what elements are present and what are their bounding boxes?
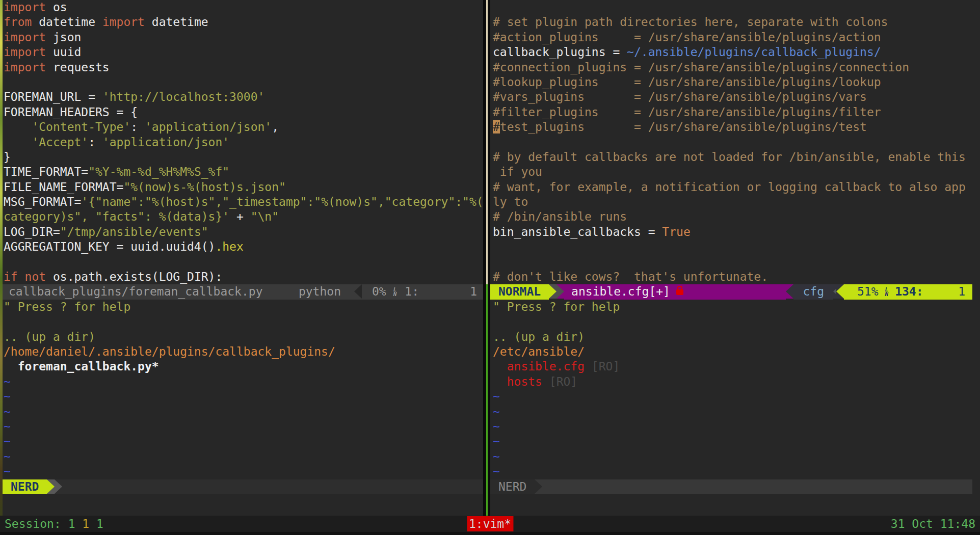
- code-line[interactable]: FILE_NAME_FORMAT="%(now)s-%(host)s.json": [3, 180, 483, 195]
- code-line[interactable]: #connection_plugins = /usr/share/ansible…: [490, 60, 972, 75]
- code-line[interactable]: bin_ansible_callbacks = True: [490, 225, 972, 239]
- right-vim-pane[interactable]: # set plugin path directories here, sepa…: [490, 0, 980, 516]
- code-line[interactable]: if not os.path.exists(LOG_DIR):: [3, 270, 483, 284]
- nerdtree-file-entry[interactable]: hosts [RO]: [490, 374, 972, 389]
- code-line[interactable]: # /bin/ansible runs: [490, 209, 972, 224]
- code-line[interactable]: [490, 239, 972, 254]
- code-line[interactable]: #test_plugins = /usr/share/ansible/plugi…: [490, 120, 972, 135]
- nerdtree-file-entry[interactable]: foreman_callback.py*: [3, 359, 483, 374]
- code-line[interactable]: ly to: [490, 195, 972, 209]
- code-line[interactable]: # want, for example, a notification or l…: [490, 180, 972, 195]
- code-segment: if: [4, 270, 18, 283]
- code-line[interactable]: FOREMAN_HEADERS = {: [3, 105, 483, 120]
- right-statusline-filename: ansible.cfg[+]: [571, 284, 670, 299]
- left-statusline: callback_plugins/foreman_callback.py pyt…: [3, 284, 483, 299]
- code-segment: requests: [46, 61, 110, 74]
- right-statusline-file-segment: ansible.cfg[+]: [564, 284, 786, 299]
- code-line[interactable]: callback_plugins = ~/.ansible/plugins/ca…: [490, 45, 972, 60]
- scroll-percent: 51%: [857, 284, 879, 299]
- tilde-line: ~: [490, 464, 972, 479]
- code-segment: [4, 120, 32, 133]
- powerline-separator-right-icon: [47, 479, 55, 494]
- code-segment: 'Accept': [32, 136, 88, 149]
- code-line[interactable]: # by default callbacks are not loaded fo…: [490, 150, 972, 165]
- left-vim-pane[interactable]: import osfrom datetime import datetimeim…: [3, 0, 483, 516]
- code-line[interactable]: 'Content-Type': 'application/json',: [3, 120, 483, 135]
- code-segment: bin_ansible_callbacks =: [493, 225, 662, 238]
- code-line[interactable]: [490, 255, 972, 270]
- nerdtree-file-entry[interactable]: ansible.cfg [RO]: [490, 359, 972, 374]
- pane-divider[interactable]: [483, 0, 490, 516]
- bottom-strip: [0, 532, 980, 535]
- code-line[interactable]: #action_plugins = /usr/share/ansible/plu…: [490, 30, 972, 45]
- code-line[interactable]: [490, 0, 972, 15]
- code-segment: #action_plugins = /usr/share/ansible/plu…: [493, 31, 881, 44]
- pane-number: 1: [96, 517, 103, 530]
- code-segment: #: [493, 120, 500, 133]
- code-line[interactable]: category)s", "facts": %(data)s}' + "\n": [3, 209, 483, 224]
- nerdtree-root-path[interactable]: /home/daniel/.ansible/plugins/callback_p…: [3, 344, 483, 359]
- code-segment: #lookup_plugins = /usr/share/ansible/plu…: [493, 75, 881, 89]
- statusline-spacer: [263, 284, 299, 299]
- tilde-line: ~: [3, 434, 483, 449]
- code-line[interactable]: [3, 255, 483, 270]
- code-segment: #connection_plugins = /usr/share/ansible…: [493, 61, 909, 74]
- code-line[interactable]: from datetime import datetime: [3, 15, 483, 30]
- nerdtree-help-hint: " Press ? for help: [3, 300, 483, 314]
- code-line[interactable]: import uuid: [3, 45, 483, 60]
- code-segment: ~/.ansible/plugins/callback_plugins/: [627, 45, 881, 59]
- code-segment: FOREMAN_HEADERS = {: [4, 105, 138, 119]
- right-statusline-filetype: cfg: [793, 284, 833, 299]
- tmux-clock: 31 Oct 11:48: [891, 517, 975, 530]
- code-segment: FOREMAN_URL =: [4, 90, 102, 103]
- tilde-line: ~: [3, 419, 483, 434]
- file-name: ansible.cfg: [493, 360, 585, 373]
- code-line[interactable]: #filter_plugins = /usr/share/ansible/plu…: [490, 105, 972, 120]
- code-line[interactable]: if you: [490, 165, 972, 179]
- code-line[interactable]: #lookup_plugins = /usr/share/ansible/plu…: [490, 75, 972, 90]
- line-number-icon: LN: [393, 287, 397, 297]
- tmux-active-window-tab[interactable]: 1:vim*: [467, 516, 513, 531]
- tmux-panes: import osfrom datetime import datetimeim…: [3, 0, 980, 516]
- code-segment: }: [4, 150, 11, 164]
- code-line[interactable]: 'Accept': 'application/json': [3, 135, 483, 150]
- code-segment: "/tmp/ansible/events": [60, 225, 208, 238]
- left-code-area[interactable]: import osfrom datetime import datetimeim…: [3, 0, 483, 284]
- powerline-separator-left-icon: [354, 284, 362, 299]
- code-line[interactable]: [3, 75, 483, 90]
- code-line[interactable]: #vars_plugins = /usr/share/ansible/plugi…: [490, 90, 972, 104]
- nerdtree-up-dir[interactable]: .. (up a dir): [3, 330, 483, 344]
- code-line[interactable]: TIME_FORMAT="%Y-%m-%d_%H%M%S_%f": [3, 165, 483, 179]
- code-segment: 'Content-Type': [32, 120, 130, 133]
- code-line[interactable]: # set plugin path directories here, sepa…: [490, 15, 972, 30]
- code-line[interactable]: import requests: [3, 60, 483, 75]
- code-segment: [18, 270, 25, 283]
- tilde-line: ~: [490, 449, 972, 464]
- code-line[interactable]: MSG_FORMAT='{"name":"%(host)s","_timesta…: [3, 195, 483, 209]
- code-segment: MSG_FORMAT=: [4, 195, 81, 208]
- code-line[interactable]: # don't like cows? that's unfortunate.: [490, 270, 972, 284]
- right-statusline-position: 51% LN 134: 1: [844, 284, 972, 299]
- powerline-separator-right-icon: [549, 284, 557, 299]
- tilde-line: ~: [3, 374, 483, 389]
- file-name: hosts: [493, 375, 542, 388]
- nerdtree-root-path[interactable]: /etc/ansible/: [490, 344, 972, 359]
- code-segment: os: [46, 1, 67, 14]
- code-line[interactable]: }: [3, 150, 483, 165]
- powerline-separator-right-icon: [557, 284, 564, 299]
- tilde-line: ~: [3, 405, 483, 419]
- code-line[interactable]: import json: [3, 30, 483, 45]
- code-line[interactable]: import os: [3, 0, 483, 15]
- nerdtree-up-dir[interactable]: .. (up a dir): [490, 330, 972, 344]
- code-line[interactable]: LOG_DIR="/tmp/ansible/events": [3, 225, 483, 239]
- left-nerdtree-statusline: NERD: [3, 479, 483, 494]
- pane-divider-line-bottom: [486, 284, 488, 516]
- code-line[interactable]: [490, 135, 972, 150]
- space-gap: [75, 517, 82, 530]
- code-segment: import: [4, 45, 46, 59]
- right-code-area[interactable]: # set plugin path directories here, sepa…: [490, 0, 972, 284]
- blank-line: [490, 314, 972, 329]
- file-name: foreman_callback.py*: [4, 360, 159, 373]
- code-line[interactable]: AGGREGATION_KEY = uuid.uuid4().hex: [3, 239, 483, 254]
- code-line[interactable]: FOREMAN_URL = 'http://localhost:3000': [3, 90, 483, 104]
